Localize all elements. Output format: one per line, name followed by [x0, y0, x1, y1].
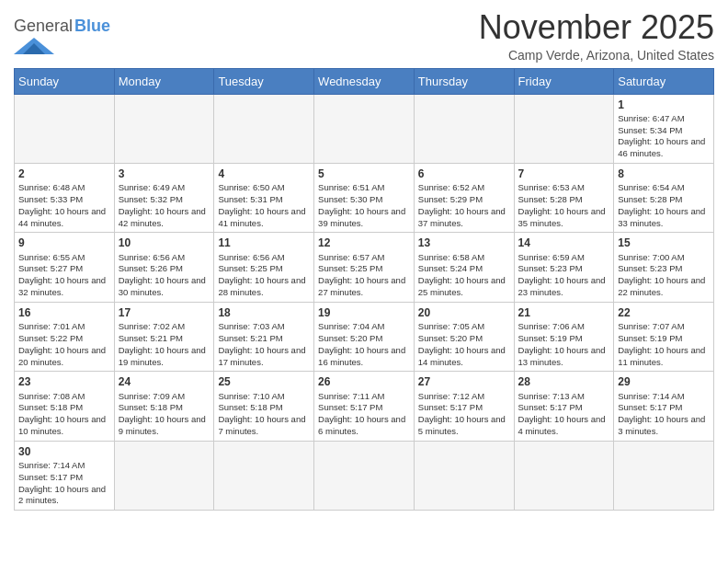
day-number: 6 — [418, 167, 510, 181]
day-number: 10 — [119, 236, 210, 250]
day-info: Sunrise: 7:02 AM Sunset: 5:21 PM Dayligh… — [119, 321, 210, 368]
page-header: General Blue November 2025 Camp Verde, A… — [14, 9, 714, 63]
day-info: Sunrise: 6:49 AM Sunset: 5:32 PM Dayligh… — [119, 182, 210, 229]
calendar-cell: 26Sunrise: 7:11 AM Sunset: 5:17 PM Dayli… — [314, 372, 415, 441]
weekday-header-row: SundayMondayTuesdayWednesdayThursdayFrid… — [15, 68, 714, 94]
day-info: Sunrise: 7:09 AM Sunset: 5:18 PM Dayligh… — [119, 391, 210, 438]
day-info: Sunrise: 7:03 AM Sunset: 5:21 PM Dayligh… — [218, 321, 310, 368]
calendar-cell — [114, 441, 214, 510]
day-number: 18 — [218, 305, 310, 320]
calendar-cell: 14Sunrise: 6:59 AM Sunset: 5:23 PM Dayli… — [514, 233, 614, 302]
day-info: Sunrise: 7:07 AM Sunset: 5:19 PM Dayligh… — [618, 321, 710, 368]
logo: General Blue — [14, 9, 110, 58]
day-info: Sunrise: 6:54 AM Sunset: 5:28 PM Dayligh… — [618, 182, 710, 229]
calendar-cell: 19Sunrise: 7:04 AM Sunset: 5:20 PM Dayli… — [314, 302, 415, 371]
calendar-cell: 12Sunrise: 6:57 AM Sunset: 5:25 PM Dayli… — [314, 233, 415, 302]
calendar-cell: 24Sunrise: 7:09 AM Sunset: 5:18 PM Dayli… — [114, 372, 214, 441]
calendar-cell: 5Sunrise: 6:51 AM Sunset: 5:30 PM Daylig… — [314, 164, 415, 233]
calendar-cell — [214, 94, 314, 163]
calendar-cell: 30Sunrise: 7:14 AM Sunset: 5:17 PM Dayli… — [15, 441, 115, 510]
day-info: Sunrise: 6:53 AM Sunset: 5:28 PM Dayligh… — [518, 182, 610, 229]
weekday-header-sunday: Sunday — [15, 68, 115, 94]
day-number: 24 — [119, 374, 210, 389]
calendar-cell: 15Sunrise: 7:00 AM Sunset: 5:23 PM Dayli… — [614, 233, 714, 302]
day-info: Sunrise: 7:12 AM Sunset: 5:17 PM Dayligh… — [418, 391, 510, 438]
week-row-1: 1Sunrise: 6:47 AM Sunset: 5:34 PM Daylig… — [15, 94, 714, 163]
calendar-cell: 7Sunrise: 6:53 AM Sunset: 5:28 PM Daylig… — [514, 164, 614, 233]
day-info: Sunrise: 7:04 AM Sunset: 5:20 PM Dayligh… — [318, 321, 410, 368]
calendar-cell: 6Sunrise: 6:52 AM Sunset: 5:29 PM Daylig… — [414, 164, 514, 233]
calendar-cell: 1Sunrise: 6:47 AM Sunset: 5:34 PM Daylig… — [614, 94, 714, 163]
calendar-cell: 10Sunrise: 6:56 AM Sunset: 5:26 PM Dayli… — [114, 233, 214, 302]
day-number: 27 — [418, 374, 510, 389]
day-info: Sunrise: 7:06 AM Sunset: 5:19 PM Dayligh… — [518, 321, 610, 368]
day-info: Sunrise: 6:51 AM Sunset: 5:30 PM Dayligh… — [318, 182, 410, 229]
calendar-cell — [15, 94, 115, 163]
day-number: 22 — [618, 305, 710, 320]
calendar-cell: 9Sunrise: 6:55 AM Sunset: 5:27 PM Daylig… — [15, 233, 115, 302]
day-info: Sunrise: 6:58 AM Sunset: 5:24 PM Dayligh… — [418, 252, 510, 299]
calendar-cell — [314, 441, 415, 510]
day-number: 1 — [618, 98, 710, 112]
calendar-cell: 22Sunrise: 7:07 AM Sunset: 5:19 PM Dayli… — [614, 302, 714, 371]
day-number: 5 — [318, 167, 410, 181]
day-number: 26 — [318, 374, 410, 389]
calendar-cell: 29Sunrise: 7:14 AM Sunset: 5:17 PM Dayli… — [614, 372, 714, 441]
day-info: Sunrise: 6:56 AM Sunset: 5:25 PM Dayligh… — [218, 252, 310, 299]
day-number: 2 — [18, 167, 110, 181]
calendar-cell: 3Sunrise: 6:49 AM Sunset: 5:32 PM Daylig… — [114, 164, 214, 233]
month-title: November 2025 — [479, 9, 714, 46]
day-number: 3 — [119, 167, 210, 181]
day-number: 20 — [418, 305, 510, 320]
day-info: Sunrise: 6:48 AM Sunset: 5:33 PM Dayligh… — [18, 182, 110, 229]
week-row-4: 16Sunrise: 7:01 AM Sunset: 5:22 PM Dayli… — [15, 302, 714, 371]
calendar-cell: 18Sunrise: 7:03 AM Sunset: 5:21 PM Dayli… — [214, 302, 314, 371]
calendar-cell: 4Sunrise: 6:50 AM Sunset: 5:31 PM Daylig… — [214, 164, 314, 233]
calendar-cell: 13Sunrise: 6:58 AM Sunset: 5:24 PM Dayli… — [414, 233, 514, 302]
day-number: 13 — [418, 236, 510, 250]
logo-icon — [14, 38, 54, 58]
weekday-header-wednesday: Wednesday — [314, 68, 415, 94]
day-info: Sunrise: 7:00 AM Sunset: 5:23 PM Dayligh… — [618, 252, 710, 299]
day-number: 15 — [618, 236, 710, 250]
calendar-cell — [214, 441, 314, 510]
title-section: November 2025 Camp Verde, Arizona, Unite… — [479, 9, 714, 63]
day-number: 17 — [119, 305, 210, 320]
logo-general-text: General — [14, 17, 73, 36]
calendar-cell: 27Sunrise: 7:12 AM Sunset: 5:17 PM Dayli… — [414, 372, 514, 441]
calendar-cell: 25Sunrise: 7:10 AM Sunset: 5:18 PM Dayli… — [214, 372, 314, 441]
day-number: 29 — [618, 374, 710, 389]
day-info: Sunrise: 7:08 AM Sunset: 5:18 PM Dayligh… — [18, 391, 110, 438]
day-info: Sunrise: 6:52 AM Sunset: 5:29 PM Dayligh… — [418, 182, 510, 229]
calendar-cell: 16Sunrise: 7:01 AM Sunset: 5:22 PM Dayli… — [15, 302, 115, 371]
day-number: 16 — [18, 305, 110, 320]
weekday-header-monday: Monday — [114, 68, 214, 94]
calendar-cell — [514, 94, 614, 163]
day-info: Sunrise: 6:57 AM Sunset: 5:25 PM Dayligh… — [318, 252, 410, 299]
weekday-header-saturday: Saturday — [614, 68, 714, 94]
day-number: 30 — [18, 444, 110, 459]
day-number: 14 — [518, 236, 610, 250]
day-number: 8 — [618, 167, 710, 181]
calendar-cell — [414, 441, 514, 510]
day-info: Sunrise: 7:11 AM Sunset: 5:17 PM Dayligh… — [318, 391, 410, 438]
day-info: Sunrise: 6:56 AM Sunset: 5:26 PM Dayligh… — [119, 252, 210, 299]
day-info: Sunrise: 7:01 AM Sunset: 5:22 PM Dayligh… — [18, 321, 110, 368]
calendar-cell: 21Sunrise: 7:06 AM Sunset: 5:19 PM Dayli… — [514, 302, 614, 371]
calendar-cell: 2Sunrise: 6:48 AM Sunset: 5:33 PM Daylig… — [15, 164, 115, 233]
weekday-header-friday: Friday — [514, 68, 614, 94]
calendar-cell — [314, 94, 415, 163]
day-info: Sunrise: 7:13 AM Sunset: 5:17 PM Dayligh… — [518, 391, 610, 438]
calendar-cell: 20Sunrise: 7:05 AM Sunset: 5:20 PM Dayli… — [414, 302, 514, 371]
day-number: 12 — [318, 236, 410, 250]
calendar-cell: 17Sunrise: 7:02 AM Sunset: 5:21 PM Dayli… — [114, 302, 214, 371]
calendar-cell — [614, 441, 714, 510]
day-number: 19 — [318, 305, 410, 320]
day-number: 9 — [18, 236, 110, 250]
week-row-3: 9Sunrise: 6:55 AM Sunset: 5:27 PM Daylig… — [15, 233, 714, 302]
day-number: 4 — [218, 167, 310, 181]
day-info: Sunrise: 6:47 AM Sunset: 5:34 PM Dayligh… — [618, 113, 710, 160]
day-number: 23 — [18, 374, 110, 389]
calendar-cell — [114, 94, 214, 163]
day-info: Sunrise: 6:59 AM Sunset: 5:23 PM Dayligh… — [518, 252, 610, 299]
